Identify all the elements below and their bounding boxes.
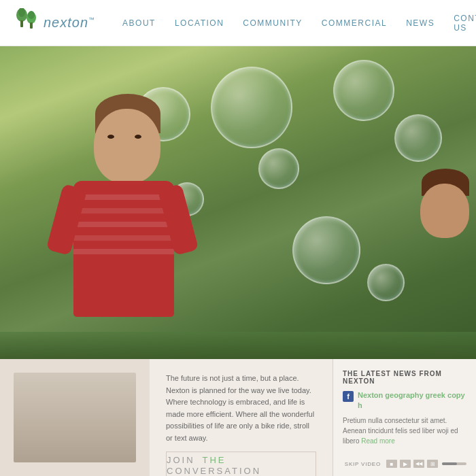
bubble-9 <box>367 264 405 301</box>
child1-eye-l <box>107 135 114 139</box>
the-label: THE <box>203 455 226 465</box>
child2-head <box>420 184 469 238</box>
main-nav: ABOUT LOCATION COMMUNITY COMMERCIAL NEWS… <box>122 14 476 33</box>
lower-description: The future is not just a time, but a pla… <box>150 359 333 476</box>
facebook-icon: f <box>343 391 354 402</box>
nav-community[interactable]: COMMUNITY <box>243 18 303 28</box>
read-more-link[interactable]: Read more <box>361 437 394 445</box>
bubble-7 <box>292 216 360 284</box>
bubble-2 <box>211 67 292 148</box>
news-item: f Nexton geography greek copy h <box>343 390 466 411</box>
svg-rect-5 <box>30 22 33 29</box>
bubble-3 <box>258 148 299 189</box>
news-title: THE LATEST NEWS FROM NEXTON <box>343 370 466 385</box>
lower-left-image <box>0 359 150 476</box>
news-body-text: Pretium nulla consectetur sit amet. Aene… <box>343 417 458 445</box>
hero-section <box>0 46 476 359</box>
stop-icon: ■ <box>390 461 394 467</box>
video-controls: SKIP VIDEO ■ ▶ ◀◀ ⊞ <box>345 460 466 468</box>
conversation-label: CONVERSATION <box>167 466 261 476</box>
hero-background <box>0 46 476 359</box>
play-icon: ▶ <box>403 461 407 467</box>
expand-button[interactable]: ⊞ <box>427 460 438 468</box>
expand-icon: ⊞ <box>430 461 435 467</box>
mute-button[interactable]: ◀◀ <box>413 460 424 468</box>
nav-news[interactable]: NEWS <box>406 18 435 28</box>
news-headline[interactable]: Nexton geography greek copy h <box>358 390 466 411</box>
child1-body <box>73 181 174 317</box>
news-body: Pretium nulla consectetur sit amet. Aene… <box>343 415 466 446</box>
svg-point-4 <box>28 11 35 19</box>
nav-commercial[interactable]: COMMERCIAL <box>322 18 387 28</box>
news-panel: THE LATEST NEWS FROM NEXTON f Nexton geo… <box>333 359 476 476</box>
child-figure-2 <box>415 169 476 359</box>
svg-rect-2 <box>20 20 23 27</box>
ground <box>0 332 476 359</box>
nav-contact[interactable]: CONTACT US <box>454 14 476 33</box>
play-button[interactable]: ▶ <box>400 460 411 468</box>
join-text: JOIN THE CONVERSATION <box>167 454 316 476</box>
logo-wordmark: nexton™ <box>44 15 95 31</box>
bubble-4 <box>333 60 394 121</box>
lower-section: The future is not just a time, but a pla… <box>0 359 476 476</box>
description-text: The future is not just a time, but a pla… <box>166 373 316 445</box>
child-figure-1 <box>54 73 204 359</box>
child1-head <box>94 109 160 184</box>
mute-icon: ◀◀ <box>415 461 422 466</box>
header: nexton™ ABOUT LOCATION COMMUNITY COMMERC… <box>0 0 476 46</box>
join-label: JOIN <box>167 455 195 465</box>
join-banner[interactable]: JOIN THE CONVERSATION <box>166 452 316 476</box>
volume-fill <box>442 462 457 465</box>
volume-slider[interactable] <box>442 462 466 465</box>
image-placeholder <box>14 373 136 462</box>
logo-tm: ™ <box>88 16 95 23</box>
bubble-6 <box>394 114 442 162</box>
nav-about[interactable]: ABOUT <box>122 18 156 28</box>
stop-button[interactable]: ■ <box>386 460 397 468</box>
child1-eye-r <box>135 135 141 139</box>
logo-area[interactable]: nexton™ <box>14 8 95 38</box>
skip-video-button[interactable]: SKIP VIDEO <box>345 461 381 467</box>
logo-icon <box>14 8 41 38</box>
nav-location[interactable]: LOCATION <box>175 18 224 28</box>
